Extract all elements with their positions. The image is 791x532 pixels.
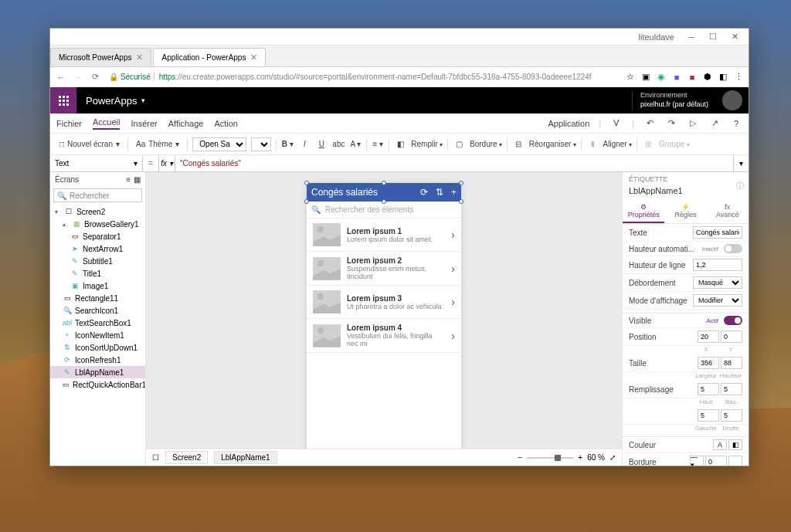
list-item[interactable]: Lorem ipsum 2Suspendisse enim metus, tin… [307,252,461,286]
tree-item[interactable]: ⇅IconSortUpDown1 [50,341,145,354]
publish-icon[interactable]: ↗ [708,117,721,130]
nav-back-icon[interactable]: ← [55,73,67,82]
align-obj-icon[interactable]: ⫴ [586,140,599,149]
add-icon[interactable]: + [451,187,457,198]
app-header-bar[interactable]: Congés salariés ⟳ ⇅ + [307,183,461,202]
italic-icon[interactable]: I [298,140,311,148]
refresh-icon[interactable]: ⟳ [420,187,428,198]
reorder-button[interactable]: Réorganiser [529,140,576,148]
overflow-select[interactable]: Masqué [693,276,742,289]
play-icon[interactable]: ▷ [687,117,699,130]
browser-tab[interactable]: Microsoft PowerApps ✕ [50,48,151,66]
tree-item[interactable]: ▭Rectangle11 [50,292,145,304]
zoom-slider[interactable] [527,457,573,459]
zoom-out-icon[interactable]: − [518,453,523,462]
tree-item[interactable]: 🔍SearchIcon1 [50,304,145,317]
chevron-right-icon[interactable]: › [451,330,455,342]
fit-icon[interactable]: ⤢ [609,453,616,462]
fx-icon[interactable]: fx ▾ [158,155,175,171]
info-icon[interactable]: ⓘ [736,181,744,191]
tree-screen[interactable]: ▾☐Screen2 [50,205,145,218]
expand-formula-icon[interactable]: ▾ [733,155,749,171]
ext-icon[interactable]: ▣ [640,72,651,83]
zoom-in-icon[interactable]: + [578,453,582,462]
ext-icon[interactable]: ⬢ [702,72,713,83]
theme-button[interactable]: Aa Thème ▾ [133,140,182,148]
url-field[interactable]: https://eu.create.powerapps.com/studio/#… [159,73,620,81]
list-item[interactable]: Lorem ipsum 4Vestibulum dui felis, fring… [307,319,461,353]
fillcolor-swatch[interactable]: ◧ [728,439,742,450]
ext-icon[interactable]: ■ [687,72,698,83]
tree-gallery[interactable]: ▴▦BrowseGallery1 [50,218,145,230]
border-button[interactable]: Bordure [470,140,502,148]
menu-file[interactable]: Fichier [56,119,82,128]
sort-icon[interactable]: ⇅ [436,187,443,198]
new-screen-button[interactable]: □ Nouvel écran ▾ [56,140,123,148]
chevron-right-icon[interactable]: › [451,229,455,241]
tree-item[interactable]: ✎Title1 [50,267,145,280]
canvas[interactable]: Congés salariés ⟳ ⇅ + 🔍 Rechercher des é… [146,172,622,466]
list-view-icon[interactable]: ≡ [126,175,131,184]
strike-icon[interactable]: abc [332,140,345,148]
menu-action[interactable]: Action [214,119,238,128]
formula-input[interactable]: "Congés salariés" [175,159,733,168]
window-minimize[interactable]: ─ [681,29,702,45]
search-box[interactable]: 🔍 Rechercher des éléments [307,202,461,219]
autoheight-toggle[interactable] [724,244,742,253]
tab-properties[interactable]: ⚙Propriétés [623,200,664,223]
bold-icon[interactable]: B ▾ [281,140,294,148]
ext-icon[interactable]: ◉ [656,72,667,83]
browser-tab-active[interactable]: Application - PowerApps ✕ [153,48,266,66]
align-button[interactable]: Aligner [603,140,632,148]
width-input[interactable] [698,357,719,369]
help-icon[interactable]: ? [730,117,742,130]
underline-icon[interactable]: U [315,140,328,148]
nav-forward-icon[interactable]: → [72,73,84,82]
tree-item[interactable]: ▭RectQuickActionBar1 [50,378,145,391]
environment-picker[interactable]: Environnement pixelhut.fr (par défaut) [632,91,716,109]
pad-bottom-input[interactable] [721,383,742,395]
tree-item[interactable]: ▭Separator1 [50,230,145,242]
menu-view[interactable]: Affichage [168,119,204,128]
list-item[interactable]: Lorem ipsum 1Lorem ipsum dolor sit amet.… [307,219,461,252]
property-selector[interactable]: Text▾ [50,155,143,171]
tree-item-selected[interactable]: ✎LblAppName1 [50,366,145,378]
reorder-icon[interactable]: ⊟ [512,140,525,148]
display-select[interactable]: Modifier [693,294,742,307]
user-avatar[interactable] [722,90,742,110]
app-launcher-icon[interactable] [50,87,76,114]
tree-item[interactable]: ablTextSearchBox1 [50,317,145,329]
border-style[interactable]: — ▾ [690,456,704,466]
tree-item[interactable]: +IconNewItem1 [50,329,145,341]
menu-insert[interactable]: Insérer [131,119,157,128]
undo-icon[interactable]: ↶ [643,117,656,130]
menu-application[interactable]: Application [548,119,589,128]
fontcolor-icon[interactable]: A ▾ [349,140,362,148]
menu-icon[interactable]: ⋮ [733,72,744,83]
breadcrumb-screen[interactable]: Screen2 [165,451,208,464]
chevron-right-icon[interactable]: › [451,296,455,308]
fontsize-select[interactable]: 27 [251,137,271,151]
ext-icon[interactable]: ◧ [718,72,728,83]
pad-right-input[interactable] [721,409,742,422]
tree-item[interactable]: ⟳IconRefresh1 [50,354,145,366]
pad-left-input[interactable] [698,409,719,422]
y-input[interactable] [721,330,742,343]
redo-icon[interactable]: ↷ [665,117,677,130]
app-title-label[interactable]: Congés salariés [311,187,420,198]
border-color-swatch[interactable] [728,456,742,466]
fontcolor-swatch[interactable]: A [713,439,727,450]
tree-item[interactable]: ▣Image1 [50,280,145,292]
tab-close-icon[interactable]: ✕ [136,53,143,63]
visible-toggle[interactable] [724,316,742,325]
list-item[interactable]: Lorem ipsum 3Ut pharetra a dolor ac vehi… [307,286,461,319]
tab-advanced[interactable]: fxAvancé [707,200,749,223]
window-maximize[interactable]: ☐ [702,29,724,45]
chevron-right-icon[interactable]: › [451,263,455,275]
fill-button[interactable]: Remplir [411,140,443,148]
menu-home[interactable]: Accueil [93,117,120,130]
tree-item[interactable]: ➤NextArrow1 [50,242,145,255]
window-close[interactable]: ✕ [724,29,745,45]
share-icon[interactable]: ᐯ [610,117,623,130]
star-icon[interactable]: ☆ [625,72,636,83]
